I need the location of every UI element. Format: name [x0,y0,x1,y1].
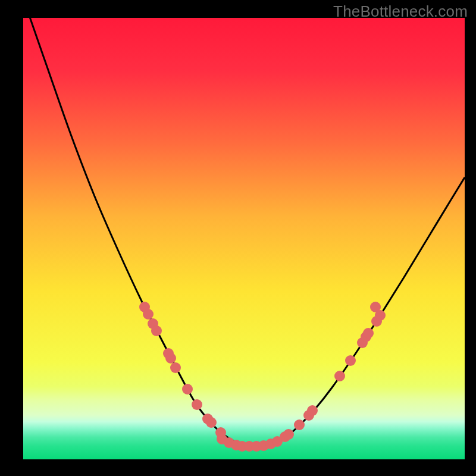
curve-marker [170,362,181,373]
curve-marker [307,405,318,416]
curve-marker [334,371,345,381]
curve-marker [182,384,193,394]
curve-marker [192,399,202,410]
curve-marker [283,429,294,440]
watermark-text: TheBottleneck.com [333,2,468,21]
curve-marker [294,419,305,430]
chart-frame: TheBottleneck.com [0,0,476,476]
plot-area [23,18,465,459]
curve-layer [23,18,465,459]
curve-marker [375,310,386,321]
curve-marker [151,325,162,336]
curve-marker [363,328,374,339]
bottleneck-curve [28,18,465,446]
curve-marker [345,355,356,366]
curve-marker [206,417,217,428]
